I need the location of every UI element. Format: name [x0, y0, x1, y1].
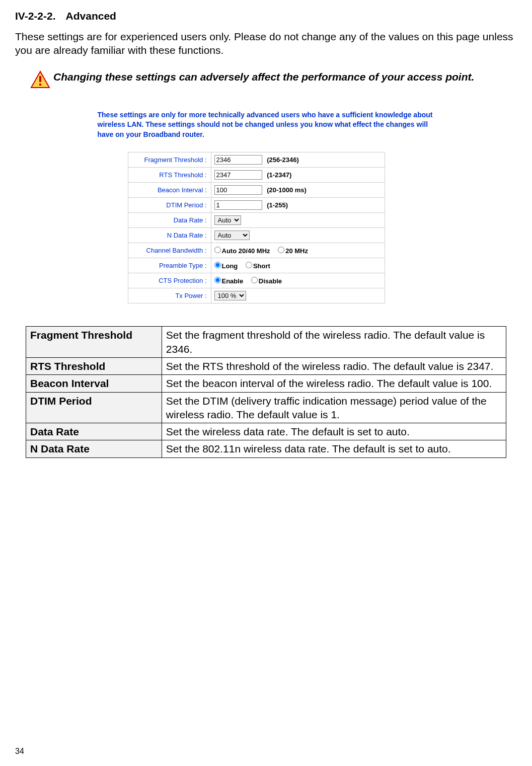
channel-bandwidth-row: Channel Bandwidth : Auto 20/40 MHz 20 MH… [128, 243, 385, 258]
desc-term: Beacon Interval [26, 375, 162, 392]
beacon-interval-input[interactable] [214, 185, 262, 195]
desc-term: Data Rate [26, 423, 162, 440]
settings-screenshot: These settings are only for more technic… [90, 105, 442, 309]
channel-bandwidth-label: Channel Bandwidth : [128, 243, 211, 258]
desc-definition: Set the fragment threshold of the wirele… [162, 327, 506, 358]
tx-power-select[interactable]: 100 % [214, 291, 246, 300]
preamble-type-row: Preamble Type : Long Short [128, 258, 385, 273]
description-table: Fragment Threshold Set the fragment thre… [26, 326, 506, 457]
beacon-interval-label: Beacon Interval : [128, 183, 211, 198]
section-number: IV-2-2-2. [15, 10, 56, 22]
desc-definition: Set the DTIM (delivery traffic indicatio… [162, 392, 506, 423]
table-row: N Data Rate Set the 802.11n wireless dat… [26, 440, 506, 457]
table-row: RTS Threshold Set the RTS threshold of t… [26, 357, 506, 374]
data-rate-label: Data Rate : [128, 213, 211, 228]
channel-bw-20-label: 20 MHz [285, 247, 308, 255]
desc-definition: Set the 802.11n wireless data rate. The … [162, 440, 506, 457]
preamble-long-label: Long [222, 262, 238, 270]
fragment-threshold-label: Fragment Threshold : [128, 152, 211, 168]
warning-text: Changing these settings can adversely af… [53, 70, 474, 84]
rts-threshold-row: RTS Threshold : (1-2347) [128, 168, 385, 183]
table-row: Data Rate Set the wireless data rate. Th… [26, 423, 506, 440]
dtim-period-range: (1-255) [267, 201, 288, 209]
screenshot-description: These settings are only for more technic… [98, 110, 435, 140]
desc-definition: Set the RTS threshold of the wireless ra… [162, 357, 506, 374]
data-rate-row: Data Rate : Auto [128, 213, 385, 228]
table-row: DTIM Period Set the DTIM (delivery traff… [26, 392, 506, 423]
warning-icon [30, 70, 50, 90]
rts-threshold-range: (1-2347) [267, 171, 291, 179]
warning-box: Changing these settings can adversely af… [30, 70, 517, 90]
settings-table: Fragment Threshold : (256-2346) RTS Thre… [128, 152, 385, 303]
n-data-rate-row: N Data Rate : Auto [128, 228, 385, 243]
desc-definition: Set the wireless data rate. The default … [162, 423, 506, 440]
channel-bw-auto-radio[interactable] [214, 247, 221, 253]
cts-protection-label: CTS Protection : [128, 273, 211, 288]
n-data-rate-select[interactable]: Auto [214, 231, 250, 240]
fragment-threshold-row: Fragment Threshold : (256-2346) [128, 152, 385, 168]
intro-text: These settings are for experienced users… [15, 30, 517, 57]
tx-power-label: Tx Power : [128, 288, 211, 303]
fragment-threshold-input[interactable] [214, 155, 262, 165]
svg-rect-2 [39, 84, 41, 86]
desc-term: N Data Rate [26, 440, 162, 457]
beacon-interval-range: (20-1000 ms) [267, 186, 307, 194]
cts-enable-radio[interactable] [214, 277, 221, 283]
channel-bw-auto-label: Auto 20/40 MHz [222, 247, 270, 255]
table-row: Fragment Threshold Set the fragment thre… [26, 327, 506, 358]
table-row: Beacon Interval Set the beacon interval … [26, 375, 506, 392]
dtim-period-row: DTIM Period : (1-255) [128, 198, 385, 213]
beacon-interval-row: Beacon Interval : (20-1000 ms) [128, 183, 385, 198]
tx-power-row: Tx Power : 100 % [128, 288, 385, 303]
page-number: 34 [15, 747, 24, 756]
section-heading: IV-2-2-2.Advanced [15, 10, 517, 22]
desc-definition: Set the beacon interval of the wireless … [162, 375, 506, 392]
fragment-threshold-range: (256-2346) [267, 156, 299, 164]
dtim-period-label: DTIM Period : [128, 198, 211, 213]
cts-protection-row: CTS Protection : Enable Disable [128, 273, 385, 288]
preamble-long-radio[interactable] [214, 262, 221, 268]
desc-term: RTS Threshold [26, 357, 162, 374]
preamble-short-radio[interactable] [246, 262, 252, 268]
cts-enable-label: Enable [222, 277, 244, 285]
desc-term: Fragment Threshold [26, 327, 162, 358]
cts-disable-label: Disable [259, 277, 282, 285]
data-rate-select[interactable]: Auto [214, 215, 241, 225]
rts-threshold-label: RTS Threshold : [128, 168, 211, 183]
preamble-type-label: Preamble Type : [128, 258, 211, 273]
cts-disable-radio[interactable] [251, 277, 258, 283]
svg-rect-1 [39, 76, 41, 82]
preamble-short-label: Short [253, 262, 270, 270]
desc-term: DTIM Period [26, 392, 162, 423]
rts-threshold-input[interactable] [214, 170, 262, 180]
n-data-rate-label: N Data Rate : [128, 228, 211, 243]
channel-bw-20-radio[interactable] [278, 247, 284, 253]
dtim-period-input[interactable] [214, 200, 262, 210]
section-title: Advanced [66, 10, 116, 22]
